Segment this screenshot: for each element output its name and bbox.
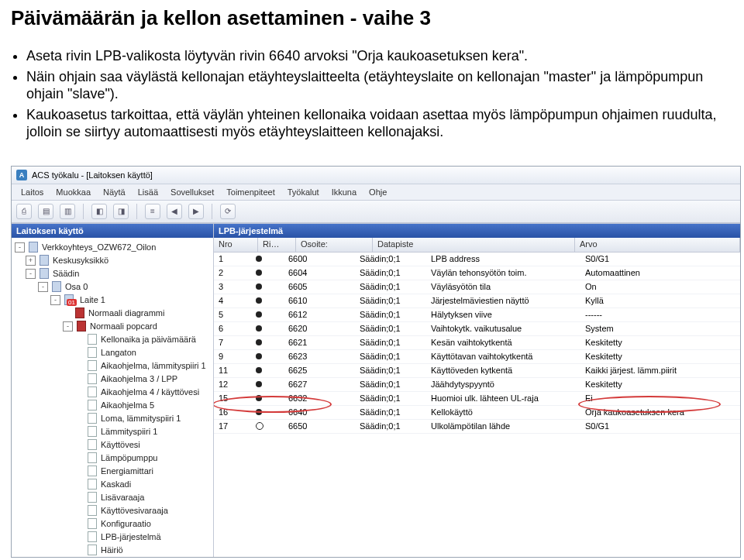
tree-row[interactable]: -Säädin: [12, 267, 213, 280]
page-icon: [87, 479, 98, 489]
menu-item[interactable]: Toimenpiteet: [220, 186, 281, 198]
tree-row[interactable]: Käyttövesivaraaja: [12, 504, 213, 517]
grid-row[interactable]: 26604Säädin;0;1Väylän tehonsyötön toim.A…: [214, 266, 740, 280]
menu-item[interactable]: Ikkuna: [326, 186, 363, 198]
tree-row[interactable]: Normaali diagrammi: [12, 307, 213, 320]
menu-item[interactable]: Sovellukset: [164, 186, 220, 198]
col-nro[interactable]: Nro: [214, 238, 258, 252]
tree-row[interactable]: -01Laite 1: [12, 294, 213, 307]
dev-icon: [51, 282, 62, 291]
tree-row[interactable]: Lämpöpumppu: [12, 452, 213, 465]
cell-datapiste: Kellokäyttö: [426, 407, 580, 417]
grid-row[interactable]: 16600Säädin;0;1LPB addressS0/G1: [214, 253, 740, 266]
tree-view[interactable]: -Verkkoyhteys_OZW672_Oilon+Keskusyksikkö…: [12, 238, 213, 557]
tree-expander[interactable]: +: [26, 256, 36, 266]
menu-item[interactable]: Lisää: [132, 186, 164, 198]
cell-datapiste: Jäähdytyspyyntö: [426, 380, 580, 389]
grid-row[interactable]: 156632Säädin;0;1Huomioi ulk. lähteen UL-…: [214, 392, 740, 406]
col-arvo[interactable]: Arvo: [575, 238, 740, 252]
tool-btn-2[interactable]: ▤: [38, 204, 53, 219]
tree-label: Häiriö: [101, 545, 123, 555]
tree-expander[interactable]: -: [50, 295, 60, 305]
tree-row[interactable]: Häiriö: [12, 544, 213, 557]
print-icon[interactable]: ⎙: [16, 204, 32, 219]
col-datapiste[interactable]: Datapiste: [373, 238, 575, 252]
grid-row[interactable]: 166640Säädin;0;1KellokäyttöOrja kaukoase…: [214, 406, 740, 420]
tool-btn-3[interactable]: ▥: [60, 204, 75, 219]
tree-expander[interactable]: -: [15, 242, 25, 253]
tree-expander[interactable]: -: [38, 282, 48, 292]
tree-label: Langaton: [101, 348, 136, 357]
back-icon[interactable]: ◀: [167, 204, 182, 219]
grid-row[interactable]: 46610Säädin;0;1Järjestelmäviestien näytt…: [214, 294, 740, 308]
doc-heading: Päivämäärän ja kellon asettaminen - vaih…: [0, 0, 744, 33]
page-icon: [87, 400, 98, 410]
tree-row[interactable]: Energiamittari: [12, 465, 213, 478]
tree-expander[interactable]: -: [26, 269, 36, 279]
grid-row[interactable]: 96623Säädin;0;1Käyttötavan vaihtokytkent…: [214, 350, 740, 364]
grid-row[interactable]: 76621Säädin;0;1Kesän vaihtokytkentäKeski…: [214, 336, 740, 350]
menu-item[interactable]: Näytä: [97, 186, 132, 198]
tree-row[interactable]: -Osa 0: [12, 280, 213, 294]
cell-nro: 1: [214, 254, 253, 263]
tree-row[interactable]: Langaton: [12, 346, 213, 359]
right-pane-title: LPB-järjestelmä: [214, 224, 740, 238]
grid-row[interactable]: 176650Säädin;0;1Ulkolämpötilan lähdeS0/G…: [214, 420, 740, 434]
grid-pane: LPB-järjestelmä Nro Ri… Osoite: Datapist…: [214, 224, 740, 557]
tool-btn-4[interactable]: ◧: [91, 204, 107, 219]
cell-nro: 2: [214, 268, 253, 277]
cell-nro: 6: [214, 324, 253, 333]
cell-status-icon: [253, 367, 284, 373]
toolbar-separator: [136, 204, 137, 219]
tree-row[interactable]: Lämmityspiiri 1: [12, 425, 213, 438]
tree-label: Käyttövesi: [101, 440, 140, 449]
refresh-icon[interactable]: ⟳: [220, 204, 236, 219]
cell-address: Säädin;0;1: [355, 310, 426, 319]
tree-row[interactable]: Konfiguraatio: [12, 517, 213, 531]
tree-row[interactable]: Aikaohjelma 3 / LPP: [12, 373, 213, 386]
tool-btn-6[interactable]: ≡: [145, 204, 160, 219]
tree-row[interactable]: Kaskadi: [12, 478, 213, 491]
grid-row[interactable]: 66620Säädin;0;1Vaihtokytk. vaikutusalueS…: [214, 322, 740, 336]
tree-row[interactable]: Aikaohjelma, lämmityspiiri 1: [12, 359, 213, 373]
menu-item[interactable]: Ohje: [363, 186, 393, 198]
tree-row[interactable]: Aikaohjelma 5: [12, 399, 213, 412]
col-osoite[interactable]: Osoite:: [296, 238, 373, 252]
menubar: LaitosMuokkaaNäytäLisääSovelluksetToimen…: [12, 184, 740, 201]
tree-row[interactable]: -Verkkoyhteys_OZW672_Oilon: [12, 241, 213, 254]
tree-row[interactable]: Lisävaraaja: [12, 491, 213, 504]
forward-icon[interactable]: ▶: [188, 204, 204, 219]
tree-row[interactable]: Aikaohjelma 4 / käyttövesi: [12, 386, 213, 399]
tree-label: Loma, lämmityspiiri 1: [101, 414, 181, 423]
menu-item[interactable]: Laitos: [15, 186, 50, 198]
tree-expander: [75, 480, 84, 489]
tree-expander[interactable]: -: [63, 321, 73, 332]
menu-item[interactable]: Työkalut: [281, 186, 326, 198]
grid-row[interactable]: 126627Säädin;0;1JäähdytyspyyntöKeskitett…: [214, 378, 740, 392]
col-ri[interactable]: Ri…: [258, 238, 296, 252]
cell-osoite: 6620: [284, 324, 355, 333]
grid-row[interactable]: 36605Säädin;0;1Väyläsyötön tilaOn: [214, 280, 740, 294]
tree-row[interactable]: Käyttövesi: [12, 438, 213, 452]
tree-row[interactable]: Kellonaika ja päivämäärä: [12, 333, 213, 346]
tree-row[interactable]: +Keskusyksikkö: [12, 254, 213, 267]
tree-label: Keskusyksikkö: [53, 256, 108, 265]
page-icon: [87, 414, 98, 423]
titlebar[interactable]: A ACS työkalu - [Laitoksen käyttö]: [12, 167, 740, 184]
cell-status-icon: [253, 270, 284, 276]
grid-body[interactable]: 16600Säädin;0;1LPB addressS0/G126604Sääd…: [214, 253, 740, 557]
grid-row[interactable]: 116625Säädin;0;1Käyttöveden kytkentäKaik…: [214, 364, 740, 378]
menu-item[interactable]: Muokkaa: [50, 186, 97, 198]
tree-label: Konfiguraatio: [101, 519, 151, 528]
cell-osoite: 6627: [284, 380, 355, 389]
tree-row[interactable]: Loma, lämmityspiiri 1: [12, 412, 213, 425]
page-icon: [87, 453, 98, 462]
tool-btn-5[interactable]: ◨: [113, 204, 129, 219]
cell-status-icon: [253, 311, 284, 318]
cell-osoite: 6604: [284, 268, 355, 277]
grid-row[interactable]: 56612Säädin;0;1Hälytyksen viive------: [214, 308, 740, 322]
tree-expander: [75, 454, 84, 462]
cell-osoite: 6623: [284, 352, 355, 361]
tree-row[interactable]: -Normaali popcard: [12, 320, 213, 333]
tree-row[interactable]: LPB-järjestelmä: [12, 531, 213, 544]
